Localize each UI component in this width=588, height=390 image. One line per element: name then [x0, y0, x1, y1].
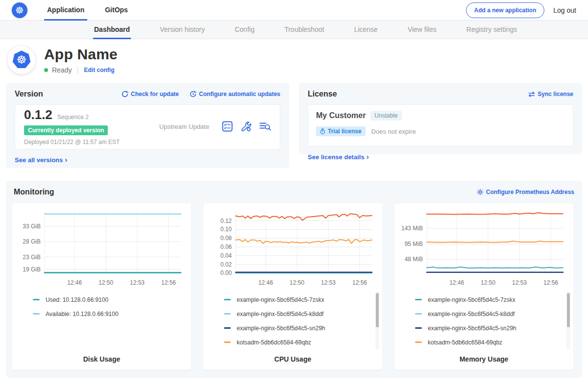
- edit-config-link[interactable]: Edit config: [84, 67, 114, 73]
- svg-text:12:46: 12:46: [449, 279, 464, 286]
- app-logo-small[interactable]: ☸: [12, 0, 27, 20]
- svg-text:12:50: 12:50: [98, 279, 113, 286]
- divider: [77, 67, 78, 73]
- deployed-badge: Currently deployed version: [24, 125, 108, 135]
- chevron-right-icon: ›: [65, 155, 67, 164]
- scrollbar-thumb[interactable]: [376, 293, 379, 327]
- legend-swatch: [415, 313, 422, 315]
- legend-label: example-nginx-5bc6f5d4c5-k8ddf: [237, 311, 323, 317]
- kubernetes-logo-icon: ☸: [12, 2, 27, 18]
- svg-text:48 MiB: 48 MiB: [405, 256, 423, 263]
- disk-usage-legend: Used: 10.128.0.66:9100Available: 10.128.…: [17, 292, 186, 352]
- disk-usage-chart-card: 19 GiB23 GiB28 GiB33 GiB12:4612:5012:531…: [12, 203, 191, 370]
- check-for-update-link[interactable]: Check for update: [122, 91, 179, 98]
- legend-label: kotsadm-5db6dc6584-69qbz: [428, 339, 502, 346]
- scrollbar-thumb[interactable]: [567, 293, 570, 327]
- add-new-application-button[interactable]: Add a new application: [466, 2, 545, 18]
- svg-text:0.02: 0.02: [220, 261, 232, 268]
- tab-license[interactable]: License: [353, 21, 379, 39]
- legend-label: example-nginx-5bc6f5d4c5-sn29h: [428, 325, 516, 332]
- legend-swatch: [224, 299, 231, 300]
- cpu-usage-legend: example-nginx-5bc6f5d4c5-7zskxexample-ng…: [208, 292, 377, 352]
- configure-automatic-updates-link[interactable]: Configure automatic updates: [190, 91, 280, 98]
- view-diff-icon[interactable]: [259, 122, 271, 131]
- top-nav-tabs: ApplicationGitOps: [44, 0, 131, 20]
- svg-text:12:46: 12:46: [258, 279, 273, 286]
- svg-text:12:56: 12:56: [543, 279, 558, 286]
- monitoring-card: Monitoring Configure Prometheus Address …: [6, 181, 582, 378]
- channel-badge: Unstable: [370, 111, 401, 121]
- legend-scrollbar[interactable]: [375, 292, 379, 349]
- svg-text:95 MiB: 95 MiB: [405, 241, 423, 247]
- current-version-row: 0.1.2 Sequence 2 Currently deployed vers…: [15, 104, 280, 149]
- tab-dashboard[interactable]: Dashboard: [93, 21, 131, 39]
- configure-prometheus-link[interactable]: Configure Prometheus Address: [477, 189, 574, 195]
- legend-label: Used: 10.128.0.66:9100: [46, 296, 108, 303]
- svg-text:33 GiB: 33 GiB: [23, 223, 41, 230]
- legend-swatch: [415, 341, 422, 343]
- svg-text:143 MiB: 143 MiB: [401, 225, 423, 232]
- license-type-badge: Trial license: [316, 126, 366, 136]
- legend-swatch: [33, 299, 40, 300]
- monitoring-title: Monitoring: [14, 188, 54, 196]
- version-sequence: Sequence 2: [57, 114, 89, 121]
- legend-item: example-nginx-5bc6f5d4c5-sn29h: [224, 321, 377, 335]
- chevron-right-icon: ›: [367, 152, 369, 161]
- svg-text:23 GiB: 23 GiB: [23, 254, 41, 261]
- svg-text:12:53: 12:53: [512, 279, 527, 286]
- license-expiry-text: Does not expire: [371, 128, 416, 135]
- logout-link[interactable]: Log out: [553, 6, 576, 14]
- legend-swatch: [415, 327, 422, 329]
- deployed-timestamp: Deployed 01/21/22 @ 11:57 am EST: [24, 139, 147, 146]
- svg-text:12:56: 12:56: [161, 279, 176, 286]
- legend-item: example-nginx-5bc6f5d4c5-7zskx: [224, 292, 377, 307]
- sync-icon: [528, 91, 535, 98]
- license-card: License Sync license My: [299, 83, 582, 154]
- customer-name: My Customer: [316, 111, 366, 120]
- legend-label: example-nginx-5bc6f5d4c5-k8ddf: [428, 311, 514, 317]
- kubernetes-heptagon-icon: ☸: [12, 50, 31, 70]
- sync-license-link[interactable]: Sync license: [528, 91, 573, 98]
- dashboard-content: Version Check for update: [0, 81, 588, 386]
- svg-text:☸: ☸: [16, 53, 26, 66]
- tab-troubleshoot[interactable]: Troubleshoot: [283, 21, 325, 39]
- schedule-update-icon: [190, 91, 196, 98]
- see-all-versions-link[interactable]: See all versions ›: [15, 156, 280, 164]
- version-card: Version Check for update: [6, 83, 289, 168]
- top-nav-tab-gitops[interactable]: GitOps: [102, 0, 131, 21]
- legend-scrollbar[interactable]: [566, 292, 570, 349]
- svg-text:12:56: 12:56: [352, 279, 367, 286]
- preflight-checks-icon[interactable]: [222, 121, 233, 132]
- legend-swatch: [224, 313, 231, 315]
- svg-text:12:50: 12:50: [290, 279, 304, 286]
- legend-item: example-nginx-5bc6f5d4c5-k8ddf: [415, 307, 568, 321]
- config-wrench-icon[interactable]: [241, 121, 251, 132]
- svg-text:0.08: 0.08: [220, 235, 232, 242]
- legend-swatch: [415, 299, 422, 300]
- disk-usage-chart: 19 GiB23 GiB28 GiB33 GiB12:4612:5012:531…: [17, 207, 186, 290]
- legend-swatch: [33, 313, 40, 315]
- license-details-row: My Customer Unstable Trial license Does …: [308, 104, 573, 146]
- svg-text:0.04: 0.04: [220, 252, 232, 259]
- cpu-usage-chart-card: 0.000.020.040.060.080.100.1212:4612:5012…: [203, 203, 382, 370]
- tab-view-files[interactable]: View files: [407, 21, 438, 39]
- legend-item: example-nginx-5bc6f5d4c5-sn29h: [415, 321, 568, 335]
- tab-registry-settings[interactable]: Registry settings: [466, 21, 518, 39]
- svg-text:0.12: 0.12: [220, 218, 232, 224]
- tab-version-history[interactable]: Version history: [159, 21, 206, 39]
- stopwatch-icon: [320, 128, 325, 134]
- svg-text:12:53: 12:53: [130, 279, 145, 286]
- legend-label: Available: 10.128.0.66:9100: [46, 311, 119, 317]
- svg-text:12:50: 12:50: [481, 279, 495, 286]
- memory-usage-chart-title: Memory Usage: [399, 355, 568, 365]
- status-text: Ready: [52, 66, 72, 74]
- app-sub-nav: DashboardVersion historyConfigTroublesho…: [0, 21, 588, 39]
- top-nav-tab-application[interactable]: Application: [44, 0, 87, 21]
- tab-config[interactable]: Config: [234, 21, 255, 39]
- gear-icon: [477, 189, 484, 195]
- legend-label: kotsadm-5db6dc6584-69qbz: [237, 339, 311, 346]
- legend-label: example-nginx-5bc6f5d4c5-7zskx: [428, 296, 515, 303]
- see-license-details-link[interactable]: See license details ›: [308, 153, 573, 161]
- svg-text:28 GiB: 28 GiB: [23, 238, 41, 245]
- app-avatar: ☸: [7, 45, 36, 74]
